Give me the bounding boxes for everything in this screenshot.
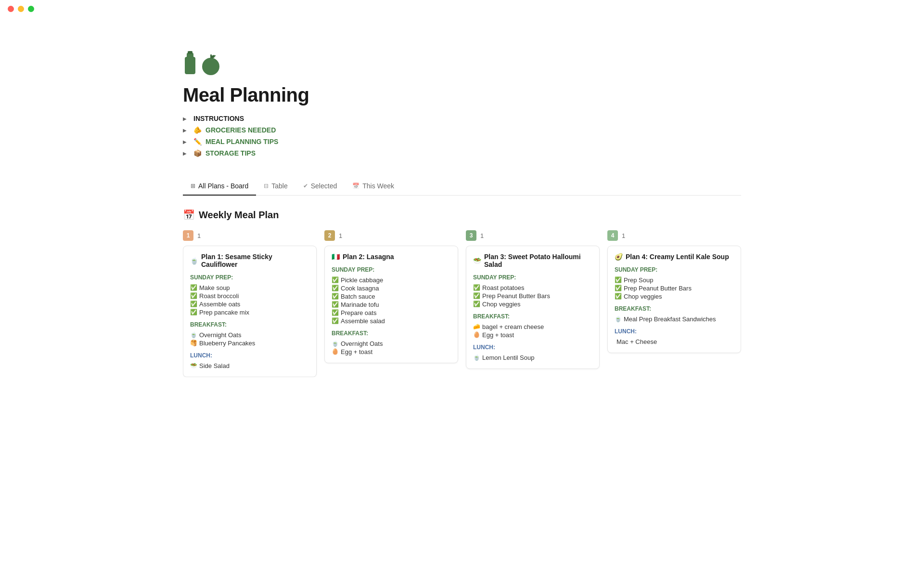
card-title-1: 🍵 Plan 1: Sesame Sticky Cauliflower [190, 253, 309, 268]
main-content: Meal Planning ▶ INSTRUCTIONS ▶ 🫵 GROCERI… [125, 0, 799, 396]
column-number: 2 [324, 230, 335, 241]
card-title-2: 🇮🇹 Plan 2: Lasagna [332, 253, 451, 261]
arrow-icon: ▶ [183, 116, 190, 121]
tab-label: This Week [362, 182, 394, 190]
card-3: 🥗 Plan 3: Sweet Potato Halloumi Salad SU… [466, 246, 600, 369]
board-column-2: 2 1 🇮🇹 Plan 2: Lasagna SUNDAY PREP: ✅Pic… [324, 230, 458, 377]
tab-all-plans-board[interactable]: ⊞ All Plans - Board [183, 177, 256, 196]
list-item: 🥚Egg + toast [473, 331, 592, 339]
close-button[interactable] [8, 6, 14, 12]
card-section-sunday-prep-3: SUNDAY PREP: [473, 274, 592, 281]
column-header-3: 3 1 [466, 230, 600, 241]
card-1: 🍵 Plan 1: Sesame Sticky Cauliflower SUND… [183, 246, 317, 377]
card-section-breakfast-2: BREAKFAST: [332, 330, 451, 337]
board-column-4: 4 1 🥑 Plan 4: Creamy Lentil Kale Soup SU… [607, 230, 741, 377]
toggle-groceries[interactable]: ▶ 🫵 GROCERIES NEEDED [183, 125, 741, 135]
column-count: 1 [480, 232, 484, 239]
column-count: 1 [197, 232, 201, 239]
list-item: ✅Roast broccoli [190, 292, 309, 300]
table-icon: ⊟ [264, 183, 269, 189]
page-title: Meal Planning [183, 84, 741, 106]
calendar-icon: 📅 [352, 183, 359, 189]
column-header-1: 1 1 [183, 230, 317, 241]
toggle-list: ▶ INSTRUCTIONS ▶ 🫵 GROCERIES NEEDED ▶ ✏️… [183, 114, 741, 158]
list-item: ✅Assemble oats [190, 300, 309, 308]
section-label: Weekly Meal Plan [199, 210, 279, 221]
tab-table[interactable]: ⊟ Table [256, 177, 295, 196]
list-item: ✅Prep Peanut Butter Bars [615, 284, 734, 292]
card-section-lunch-4: LUNCH: [615, 328, 734, 335]
toggle-meal-tips[interactable]: ▶ ✏️ MEAL PLANNING TIPS [183, 137, 741, 146]
list-item: ✅Prep pancake mix [190, 308, 309, 316]
list-item: ✅Assemble salad [332, 317, 451, 325]
card-section-lunch-1: LUNCH: [190, 352, 309, 359]
column-header-2: 2 1 [324, 230, 458, 241]
arrow-icon: ▶ [183, 139, 190, 144]
list-item: 🍵Overnight Oats [332, 340, 451, 348]
svg-rect-2 [188, 51, 192, 54]
card-section-breakfast-3: BREAKFAST: [473, 313, 592, 320]
list-item: ✅Prepare oats [332, 309, 451, 317]
section-title: 📅 Weekly Meal Plan [183, 209, 741, 221]
card-section-breakfast-4: BREAKFAST: [615, 305, 734, 312]
minimize-button[interactable] [18, 6, 24, 12]
card-icon: 🥗 [473, 257, 481, 264]
titlebar [0, 0, 924, 18]
card-icon: 🇮🇹 [332, 253, 340, 261]
board-column-1: 1 1 🍵 Plan 1: Sesame Sticky Cauliflower … [183, 230, 317, 377]
card-2: 🇮🇹 Plan 2: Lasagna SUNDAY PREP: ✅Pickle … [324, 246, 458, 363]
board-icon: ⊞ [191, 183, 195, 189]
toggle-instructions[interactable]: ▶ INSTRUCTIONS [183, 114, 741, 123]
toggle-label: STORAGE TIPS [205, 149, 256, 157]
card-icon: 🍵 [190, 257, 198, 264]
tab-this-week[interactable]: 📅 This Week [345, 177, 402, 196]
list-item: ✅Make soup [190, 284, 309, 292]
list-item: ✅Prep Peanut Butter Bars [473, 292, 592, 300]
card-section-lunch-3: LUNCH: [473, 344, 592, 351]
arrow-icon: ▶ [183, 128, 190, 133]
page-icon [183, 48, 741, 79]
list-item: ✅Chop veggies [473, 300, 592, 308]
tab-label: Table [271, 182, 287, 190]
column-number: 1 [183, 230, 193, 241]
card-title-3: 🥗 Plan 3: Sweet Potato Halloumi Salad [473, 253, 592, 268]
toggle-label: INSTRUCTIONS [193, 115, 244, 122]
board-container: 1 1 🍵 Plan 1: Sesame Sticky Cauliflower … [183, 230, 741, 377]
column-number: 3 [466, 230, 476, 241]
arrow-icon: ▶ [183, 151, 190, 156]
maximize-button[interactable] [28, 6, 34, 12]
column-count: 1 [339, 232, 342, 239]
tabs-container: ⊞ All Plans - Board ⊟ Table ✔ Selected 📅… [183, 177, 741, 196]
card-title-4: 🥑 Plan 4: Creamy Lentil Kale Soup [615, 253, 734, 261]
section-emoji: 📅 [183, 209, 195, 221]
column-header-4: 4 1 [607, 230, 741, 241]
tab-label: All Plans - Board [198, 182, 248, 190]
list-item: 🧀bagel + cream cheese [473, 323, 592, 331]
list-item: ✅Pickle cabbage [332, 276, 451, 284]
card-icon: 🥑 [615, 253, 623, 261]
list-item: Mac + Cheese [615, 338, 734, 346]
list-item: ✅Prep Soup [615, 276, 734, 284]
card-section-sunday-prep-2: SUNDAY PREP: [332, 266, 451, 273]
list-item: ✅Chop veggies [615, 292, 734, 301]
toggle-storage-tips[interactable]: ▶ 📦 STORAGE TIPS [183, 148, 741, 158]
check-icon: ✔ [303, 183, 308, 189]
list-item: ✅Cook lasagna [332, 284, 451, 292]
toggle-label: MEAL PLANNING TIPS [205, 138, 278, 145]
page-header: Meal Planning ▶ INSTRUCTIONS ▶ 🫵 GROCERI… [183, 48, 741, 158]
column-number: 4 [607, 230, 618, 241]
tab-label: Selected [311, 182, 337, 190]
column-count: 1 [622, 232, 625, 239]
list-item: 🍵Lemon Lentil Soup [473, 354, 592, 362]
card-4: 🥑 Plan 4: Creamy Lentil Kale Soup SUNDAY… [607, 246, 741, 353]
card-section-sunday-prep-4: SUNDAY PREP: [615, 266, 734, 273]
list-item: 🥚Egg + toast [332, 348, 451, 356]
list-item: ✅Batch sauce [332, 292, 451, 301]
svg-point-3 [202, 58, 219, 75]
svg-rect-0 [185, 57, 195, 74]
list-item: 🥗Side Salad [190, 362, 309, 370]
board-column-3: 3 1 🥗 Plan 3: Sweet Potato Halloumi Sala… [466, 230, 600, 377]
tab-selected[interactable]: ✔ Selected [295, 177, 345, 196]
list-item: 🍵Overnight Oats [190, 331, 309, 339]
list-item: ✅Marinade tofu [332, 301, 451, 309]
